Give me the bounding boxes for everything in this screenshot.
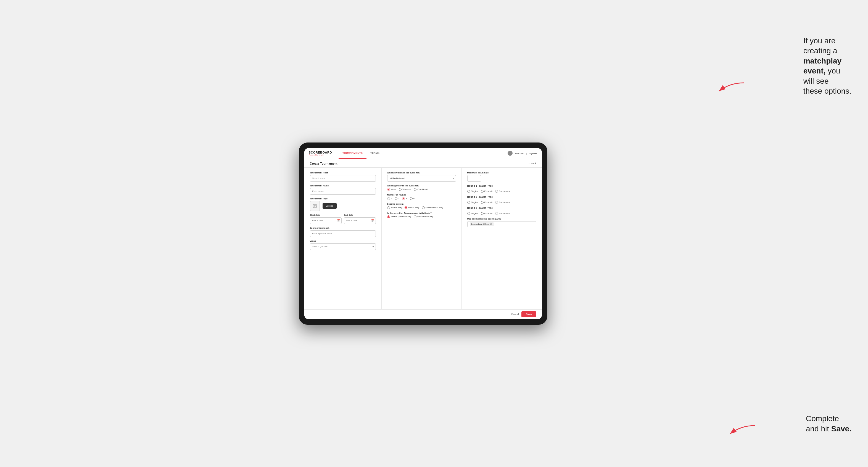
- scoring-stroke-radio[interactable]: [387, 206, 390, 209]
- tag-close-icon[interactable]: ✕: [490, 223, 492, 226]
- round2-foursomes-option[interactable]: Foursomes: [495, 201, 510, 204]
- venue-input[interactable]: [310, 243, 376, 250]
- start-date-field: Start date: [310, 214, 342, 224]
- teams-option[interactable]: Teams (+Individuals): [387, 215, 411, 218]
- scoring-medal-radio[interactable]: [422, 206, 425, 209]
- tablet-screen: SCOREBOARD Powered by clippit TOURNAMENT…: [304, 148, 542, 319]
- app-subtitle: Powered by clippit: [309, 154, 332, 156]
- tournament-name-label: Tournament name: [310, 185, 376, 187]
- back-button[interactable]: ‹ Back: [529, 162, 536, 165]
- avatar: [507, 151, 513, 156]
- round2-title: Round 2 - Match Type: [467, 195, 536, 198]
- form-header: Create Tournament ‹ Back: [304, 159, 542, 168]
- teams-individuals-label: Is this event for Teams and/or Individua…: [387, 212, 456, 214]
- round3-foursomes-label: Foursomes: [499, 212, 510, 215]
- gender-womens-radio[interactable]: [399, 188, 402, 191]
- gender-mens-radio[interactable]: [387, 188, 390, 191]
- form-col-left: Tournament Host Tournament name Tourname…: [304, 168, 382, 309]
- round3-singles-option[interactable]: Singles: [467, 212, 478, 215]
- start-date-label: Start date: [310, 214, 342, 216]
- rounds-4-option[interactable]: 4: [410, 197, 414, 200]
- round2-singles-option[interactable]: Singles: [467, 201, 478, 204]
- third-party-input-area[interactable]: Leaderboard King ✕: [467, 221, 536, 227]
- tournament-name-input[interactable]: [310, 188, 376, 195]
- tournament-name-group: Tournament name: [310, 185, 376, 195]
- max-team-size-group: Maximum Team Size 5: [467, 172, 536, 182]
- annotation-bottom-right: Completeand hit Save.: [806, 414, 851, 434]
- rounds-3-radio[interactable]: [402, 197, 405, 200]
- nav-tab-teams[interactable]: TEAMS: [367, 148, 383, 159]
- round2-fourball-radio[interactable]: [481, 201, 484, 204]
- scoring-match-radio[interactable]: [405, 206, 407, 209]
- rounds-radio-group: 1 2 3 4: [387, 197, 456, 200]
- rounds-2-label: 2: [398, 197, 399, 200]
- rounds-2-option[interactable]: 2: [395, 197, 399, 200]
- round3-singles-radio[interactable]: [467, 212, 470, 215]
- scoring-stroke-label: Stroke Play: [391, 206, 402, 209]
- signout-link[interactable]: Sign out: [529, 152, 537, 155]
- rounds-1-option[interactable]: 1: [387, 197, 392, 200]
- round1-foursomes-label: Foursomes: [499, 190, 510, 192]
- scoring-medal-option[interactable]: Medal Match Play: [422, 206, 443, 209]
- max-team-size-input[interactable]: 5: [467, 175, 481, 182]
- sponsor-input[interactable]: [310, 230, 376, 237]
- gender-combined-option[interactable]: Combined: [414, 188, 427, 191]
- gender-combined-radio[interactable]: [414, 188, 416, 191]
- page-title: Create Tournament: [310, 162, 338, 165]
- app-title: SCOREBOARD: [309, 151, 332, 154]
- division-selected-value: NCAA Division I: [390, 177, 405, 180]
- gender-womens-option[interactable]: Womens: [399, 188, 411, 191]
- sponsor-group: Sponsor (optional): [310, 227, 376, 237]
- round1-singles-radio[interactable]: [467, 190, 470, 193]
- scoring-stroke-option[interactable]: Stroke Play: [387, 206, 402, 209]
- tournament-host-input[interactable]: [310, 175, 376, 182]
- sponsor-label: Sponsor (optional): [310, 227, 376, 229]
- individuals-option[interactable]: Individuals Only: [414, 215, 433, 218]
- round3-fourball-radio[interactable]: [481, 212, 484, 215]
- teams-radio[interactable]: [387, 215, 390, 218]
- nav-tab-tournaments[interactable]: TOURNAMENTS: [339, 148, 367, 159]
- rounds-4-radio[interactable]: [410, 197, 412, 200]
- individuals-radio[interactable]: [414, 215, 416, 218]
- user-name: Test User: [515, 152, 524, 155]
- round1-fourball-option[interactable]: Fourball: [481, 190, 492, 193]
- round1-foursomes-option[interactable]: Foursomes: [495, 190, 510, 193]
- round1-title: Round 1 - Match Type: [467, 185, 536, 187]
- round1-fourball-radio[interactable]: [481, 190, 484, 193]
- round1-fourball-label: Fourball: [485, 190, 492, 192]
- round1-foursomes-radio[interactable]: [495, 190, 498, 193]
- logo-placeholder: [310, 201, 320, 211]
- round3-singles-label: Singles: [471, 212, 478, 215]
- round1-section: Round 1 - Match Type Singles Fourball: [467, 185, 536, 193]
- round1-singles-option[interactable]: Singles: [467, 190, 478, 193]
- round3-foursomes-radio[interactable]: [495, 212, 498, 215]
- scoring-match-option[interactable]: Match Play: [405, 206, 419, 209]
- scoring-medal-label: Medal Match Play: [426, 206, 443, 209]
- form-col-right: Maximum Team Size 5 Round 1 - Match Type…: [462, 168, 542, 309]
- rounds-1-radio[interactable]: [387, 197, 390, 200]
- start-date-input[interactable]: [310, 217, 342, 224]
- navbar: SCOREBOARD Powered by clippit TOURNAMENT…: [304, 148, 542, 159]
- end-date-input[interactable]: [344, 217, 376, 224]
- tournament-host-group: Tournament Host: [310, 172, 376, 182]
- venue-label: Venue: [310, 240, 376, 242]
- division-select[interactable]: NCAA Division I: [387, 175, 456, 182]
- save-button[interactable]: Save: [521, 311, 536, 317]
- round3-fourball-option[interactable]: Fourball: [481, 212, 492, 215]
- venue-group: Venue: [310, 240, 376, 250]
- division-select-wrapper: NCAA Division I: [387, 175, 456, 182]
- upload-button[interactable]: Upload: [322, 203, 337, 209]
- round2-singles-label: Singles: [471, 201, 478, 204]
- separator: |: [526, 152, 527, 155]
- rounds-3-option[interactable]: 3: [402, 197, 407, 200]
- round3-foursomes-option[interactable]: Foursomes: [495, 212, 510, 215]
- logo-area: SCOREBOARD Powered by clippit: [309, 151, 332, 156]
- round2-singles-radio[interactable]: [467, 201, 470, 204]
- round2-fourball-option[interactable]: Fourball: [481, 201, 492, 204]
- gender-mens-option[interactable]: Mens: [387, 188, 396, 191]
- round2-foursomes-radio[interactable]: [495, 201, 498, 204]
- rounds-2-radio[interactable]: [395, 197, 397, 200]
- round3-title: Round 3 - Match Type: [467, 207, 536, 209]
- teams-label: Teams (+Individuals): [391, 215, 411, 218]
- cancel-button[interactable]: Cancel: [511, 313, 519, 316]
